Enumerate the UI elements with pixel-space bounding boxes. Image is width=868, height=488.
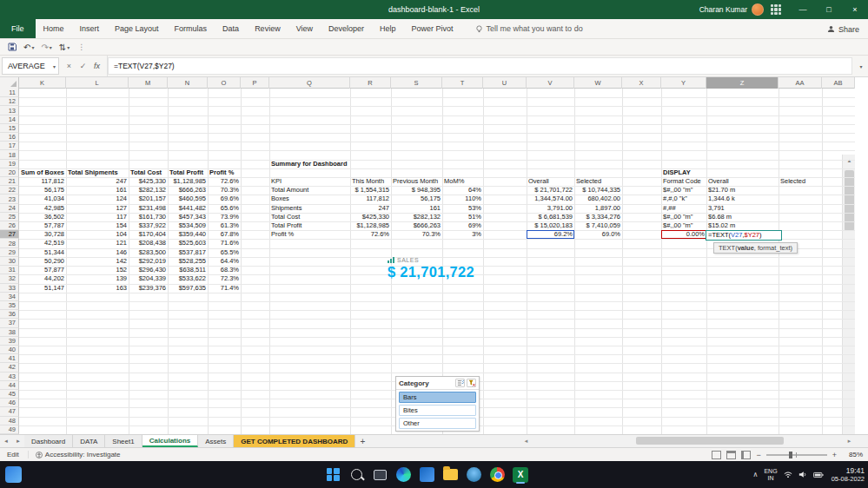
column-header-t[interactable]: T (442, 77, 483, 89)
sheet-tab-get-completed-dashboard[interactable]: GET COMPLETED DASHBOARD (234, 435, 355, 447)
row-header-28[interactable]: 28 (0, 239, 19, 247)
ribbon-tab-developer[interactable]: Developer (321, 19, 372, 38)
row-header-18[interactable]: 18 (0, 150, 19, 159)
row-header-39[interactable]: 39 (0, 337, 19, 346)
cancel-icon[interactable]: × (63, 59, 76, 73)
column-header-o[interactable]: O (208, 77, 241, 89)
widgets-icon[interactable] (5, 466, 22, 483)
sales-kpi-textbox[interactable]: SALES $ 21,701,722 (388, 257, 474, 280)
editing-cell-z27[interactable]: =TEXT(V27,$Y27) (706, 230, 782, 241)
row-header-22[interactable]: 22 (0, 186, 19, 195)
volume-icon[interactable] (798, 471, 807, 478)
formula-input[interactable]: =TEXT(V27,$Y27) (108, 57, 852, 75)
cell-m33[interactable]: $239,376 (129, 284, 168, 293)
account-name[interactable]: Charan Kumar (699, 5, 747, 14)
row-header-17[interactable]: 17 (0, 142, 19, 150)
undo-button[interactable]: ↶▾ (21, 40, 36, 54)
slicer-item-bites[interactable]: Bites (399, 405, 476, 416)
minimize-button[interactable]: — (790, 0, 816, 19)
cell-t27[interactable]: 3% (442, 230, 483, 240)
row-header-36[interactable]: 36 (0, 310, 19, 319)
cell-w27[interactable]: 69.0% (574, 230, 622, 240)
edge-icon[interactable] (394, 465, 413, 485)
ribbon-tab-power-pivot[interactable]: Power Pivot (404, 19, 461, 38)
scroll-left-icon[interactable]: ◄ (520, 439, 532, 444)
row-header-14[interactable]: 14 (0, 115, 19, 124)
sheet-tab-assets[interactable]: Assets (198, 435, 234, 447)
column-header-x[interactable]: X (622, 77, 661, 89)
zoom-slider-thumb[interactable] (789, 452, 792, 458)
cell-o33[interactable]: 71.4% (208, 284, 241, 293)
page-layout-view-icon[interactable] (726, 451, 736, 459)
row-header-41[interactable]: 41 (0, 354, 19, 363)
row-header-34[interactable]: 34 (0, 293, 19, 301)
grid-area[interactable]: =TEXT(V27,$Y27) TEXT(value, format_text)… (0, 89, 855, 434)
row-header-23[interactable]: 23 (0, 195, 19, 203)
cell-s27[interactable]: 70.3% (391, 230, 442, 240)
multi-select-icon[interactable] (455, 379, 465, 387)
sort-button[interactable]: ⇅▾ (56, 40, 72, 54)
row-header-43[interactable]: 43 (0, 373, 19, 381)
ribbon-tab-review[interactable]: Review (247, 19, 288, 38)
ribbon-tab-insert[interactable]: Insert (72, 19, 108, 38)
column-header-ab[interactable]: AB (822, 77, 855, 89)
row-header-16[interactable]: 16 (0, 133, 19, 142)
column-header-aa[interactable]: AA (779, 77, 822, 89)
cell-r27[interactable]: 72.6% (350, 230, 391, 240)
battery-icon[interactable] (813, 472, 824, 478)
row-header-15[interactable]: 15 (0, 124, 19, 133)
save-button[interactable] (5, 40, 19, 54)
row-header-38[interactable]: 38 (0, 328, 19, 337)
sheet-tab-sheet1[interactable]: Sheet1 (105, 435, 142, 447)
row-header-29[interactable]: 29 (0, 248, 19, 257)
column-header-k[interactable]: K (19, 77, 66, 89)
column-header-l[interactable]: L (66, 77, 129, 89)
row-header-46[interactable]: 46 (0, 399, 19, 407)
sheet-tab-dashboard[interactable]: Dashboard (24, 435, 73, 447)
row-header-44[interactable]: 44 (0, 381, 19, 390)
ribbon-tab-page-layout[interactable]: Page Layout (107, 19, 167, 38)
row-header-12[interactable]: 12 (0, 97, 19, 106)
task-view-icon[interactable] (370, 465, 389, 485)
column-header-n[interactable]: N (168, 77, 208, 89)
row-header-45[interactable]: 45 (0, 390, 19, 399)
column-header-v[interactable]: V (527, 77, 574, 89)
clock[interactable]: 19:41 05-08-2022 (832, 467, 865, 483)
row-header-42[interactable]: 42 (0, 363, 19, 372)
column-header-r[interactable]: R (350, 77, 391, 89)
ribbon-tab-file[interactable]: File (0, 19, 36, 38)
accessibility-checker[interactable]: Accessibility: Investigate (28, 451, 128, 458)
app-icon-blue[interactable] (417, 465, 436, 485)
row-header-24[interactable]: 24 (0, 204, 19, 213)
row-header-20[interactable]: 20 (0, 168, 19, 177)
horizontal-scroll-thumb[interactable] (636, 437, 784, 445)
excel-taskbar-icon[interactable]: X (511, 465, 530, 485)
scroll-right-icon[interactable]: ► (844, 439, 855, 444)
ribbon-tab-formulas[interactable]: Formulas (167, 19, 215, 38)
column-header-m[interactable]: M (129, 77, 168, 89)
slicer-item-other[interactable]: Other (399, 418, 476, 429)
column-header-p[interactable]: P (241, 77, 269, 89)
category-slicer[interactable]: Category BarsBitesOther (395, 376, 480, 432)
new-sheet-button[interactable]: + (355, 435, 369, 447)
column-header-u[interactable]: U (483, 77, 527, 89)
tab-scroll-left-icon[interactable]: ◄ (0, 435, 12, 447)
ribbon-display-options-icon[interactable] (771, 4, 781, 15)
name-box-dropdown-icon[interactable]: ▾ (53, 63, 58, 69)
hidden-icons-chevron[interactable]: ∧ (753, 471, 759, 478)
row-header-27[interactable]: 27 (0, 230, 19, 239)
row-header-49[interactable]: 49 (0, 425, 19, 434)
column-header-z[interactable]: Z (706, 77, 779, 89)
insert-function-icon[interactable]: fx (90, 59, 103, 73)
row-header-25[interactable]: 25 (0, 213, 19, 221)
normal-view-icon[interactable] (712, 451, 721, 459)
cell-y27[interactable]: 0.00% (661, 230, 706, 240)
slicer-item-bars[interactable]: Bars (399, 392, 476, 403)
cell-aa21[interactable]: Selected (779, 177, 822, 187)
ribbon-tab-view[interactable]: View (288, 19, 321, 38)
qat-customize-icon[interactable]: ⋮ (74, 43, 89, 51)
sheet-tab-calculations[interactable]: Calculations (142, 435, 199, 447)
row-header-47[interactable]: 47 (0, 407, 19, 416)
file-explorer-icon[interactable] (441, 465, 460, 485)
close-button[interactable]: × (842, 0, 868, 19)
